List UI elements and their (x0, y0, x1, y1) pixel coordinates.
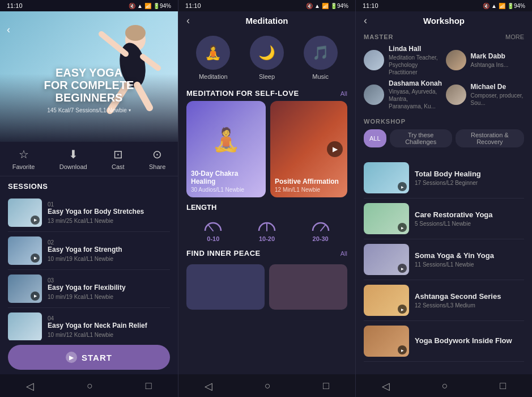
back-button-1[interactable]: ‹ (7, 24, 10, 36)
filter-restoration[interactable]: Restoration & Recovery (456, 129, 524, 147)
svg-line-9 (321, 225, 325, 231)
master-info-michael: Michael De Composer, producer, Sou... (471, 83, 525, 107)
card1-meta: 30 Audios/L1 Newbie (191, 187, 261, 193)
cat-label-meditation: Meditation (199, 73, 228, 80)
find-card-1[interactable] (186, 264, 265, 310)
workshop-info-5: Yoga Bodywork Inside Flow (415, 336, 512, 347)
section1-title: MEDITATION FOR SELF-LOVE (186, 89, 299, 98)
cast-button[interactable]: ⊡ Cast (112, 147, 125, 170)
session-item[interactable]: ▶ 03 Easy Yoga for Flexibility 10 min/19… (8, 270, 170, 308)
download-icon: ⬇ (69, 147, 78, 161)
chakra-icon: 🧘 (212, 126, 240, 153)
share-button[interactable]: ⊙ Share (149, 147, 165, 170)
master-michael[interactable]: Michael De Composer, producer, Sou... (446, 79, 525, 111)
workshop-item[interactable]: ▶ Care Restorative Yoga 5 Sessions/L1 Ne… (364, 198, 524, 239)
panel3-header: ‹ Workshop (356, 11, 532, 30)
favorite-button[interactable]: ☆ Favorite (12, 147, 35, 170)
more-label[interactable]: MORE (505, 33, 524, 40)
length-0-10[interactable]: 0-10 (203, 217, 223, 242)
cast-label: Cast (112, 163, 125, 170)
cast-icon: ⊡ (113, 147, 123, 161)
workshop-info-1: Total Body Healing 17 Sessions/L2 Beginn… (415, 170, 481, 186)
session-item[interactable]: 04 Easy Yoga for Neck Pain Relief 10 min… (8, 308, 170, 340)
med-card-chakra[interactable]: 🧘 30-Day Chakra Healing 30 Audios/L1 New… (186, 101, 266, 197)
nav-recent-btn-1[interactable]: □ (134, 378, 163, 395)
section2-title: FIND INNER PEACE (186, 249, 261, 257)
play-button-card2[interactable]: ▶ (327, 141, 343, 157)
category-music[interactable]: 🎵 Music (304, 36, 338, 80)
master-section-header: MASTER MORE (364, 33, 524, 40)
back-button-2[interactable]: ‹ (186, 15, 190, 27)
back-button-3[interactable]: ‹ (364, 15, 367, 27)
nav-back-btn-1[interactable]: ◁ (15, 378, 45, 395)
download-button[interactable]: ⬇ Download (59, 147, 87, 170)
workshop-list: ▶ Total Body Healing 17 Sessions/L2 Begi… (356, 158, 532, 374)
workshop-item[interactable]: ▶ Ashtanga Second Series 12 Sessions/L3 … (364, 280, 524, 321)
filter-all[interactable]: ALL (364, 129, 386, 147)
nav-recent-btn-3[interactable]: □ (488, 378, 517, 395)
length-10-20[interactable]: 10-20 (257, 217, 277, 242)
panel3-title: Workshop (423, 16, 465, 26)
master-dashama[interactable]: Dashama Konah Vinyasa, Ayurveda, Mantra,… (364, 79, 442, 111)
favorite-label: Favorite (12, 163, 35, 170)
find-card-2[interactable] (269, 264, 347, 310)
hero-subtitle: 145 Kcal/7 Sessions/L1 Newbie ▾ (7, 107, 171, 113)
workshop-thumb-4: ▶ (364, 285, 409, 316)
master-mark[interactable]: Mark Dabb Ashtanga Ins... (446, 45, 525, 76)
nav-home-btn-3[interactable]: ○ (431, 378, 459, 395)
section2-all[interactable]: All (341, 250, 347, 257)
nav-back-btn-3[interactable]: ◁ (371, 378, 401, 395)
time-1: 11:10 (7, 2, 23, 9)
workshop-info-3: Soma Yoga & Yin Yoga 11 Sessions/L1 Newb… (415, 251, 494, 268)
session-item[interactable]: ▶ 02 Easy Yoga for Strength 10 min/19 Kc… (8, 232, 170, 270)
avatar-michael (446, 85, 466, 105)
start-button[interactable]: ▶ START (8, 345, 170, 370)
workshop-item[interactable]: ▶ Total Body Healing 17 Sessions/L2 Begi… (364, 158, 524, 198)
play-icon: ▶ (31, 254, 40, 263)
med-card-affirmation[interactable]: ▶ Positive Affirmation 12 Min/L1 Newbie (270, 101, 347, 197)
card2-title: Positive Affirmation (275, 178, 343, 185)
length-label-3: 20-30 (313, 235, 329, 242)
master-label: MASTER (364, 33, 393, 40)
sleep-icon-circle: 🌙 (250, 36, 284, 70)
nav-back-btn-2[interactable]: ◁ (193, 378, 224, 395)
card1-info: 30-Day Chakra Healing 30 Audios/L1 Newbi… (191, 170, 261, 193)
nav-recent-btn-2[interactable]: □ (312, 378, 341, 395)
session-item[interactable]: ▶ 01 Easy Yoga for Body Stretches 13 min… (8, 194, 170, 232)
share-icon: ⊙ (152, 147, 162, 161)
time-2: 11:10 (185, 2, 201, 9)
session-info-2: 02 Easy Yoga for Strength 10 min/19 Kcal… (48, 239, 122, 262)
nav-home-btn-1[interactable]: ○ (75, 378, 104, 395)
bottom-bar-1: ◁ ○ □ (0, 374, 178, 397)
section2-header: FIND INNER PEACE All (186, 246, 347, 261)
length-20-30[interactable]: 20-30 (310, 217, 331, 242)
nav-home-btn-2[interactable]: ○ (253, 378, 282, 395)
panel2-title: Meditation (246, 16, 288, 26)
start-play-icon: ▶ (66, 352, 77, 363)
play-icon: ▶ (398, 182, 407, 191)
start-label: START (82, 353, 112, 362)
workshop-thumb-2: ▶ (364, 203, 409, 234)
section1-all[interactable]: All (341, 90, 347, 97)
category-sleep[interactable]: 🌙 Sleep (250, 36, 284, 80)
status-bar-2: 11:10 🔇▲📶🔋94% (178, 0, 355, 11)
session-info-1: 01 Easy Yoga for Body Stretches 13 min/2… (48, 201, 144, 224)
category-meditation[interactable]: 🧘 Meditation (196, 36, 230, 80)
card1-title: 30-Day Chakra Healing (191, 170, 261, 185)
filter-challenges[interactable]: Try these Challenges (390, 129, 452, 147)
length-options: 0-10 10-20 20-30 (186, 217, 347, 242)
status-icons-2: 🔇▲📶🔋94% (306, 3, 348, 9)
music-icon-circle: 🎵 (304, 36, 338, 70)
card2-meta: 12 Min/L1 Newbie (275, 187, 343, 193)
status-icons-3: 🔇▲📶🔋94% (483, 3, 525, 9)
master-linda[interactable]: Linda Hall Meditation Teacher, Psycholog… (364, 45, 442, 76)
download-label: Download (59, 163, 87, 170)
panel2-header: ‹ Meditation (178, 11, 355, 30)
svg-line-7 (208, 225, 213, 231)
length-label-2: 10-20 (259, 235, 275, 242)
workshop-item[interactable]: ▶ Soma Yoga & Yin Yoga 11 Sessions/L1 Ne… (364, 239, 524, 280)
section1-header: MEDITATION FOR SELF-LOVE All (178, 86, 355, 101)
workshop-item[interactable]: ▶ Yoga Bodywork Inside Flow (364, 321, 524, 362)
bottom-bar-2: ◁ ○ □ (178, 374, 355, 397)
card2-info: Positive Affirmation 12 Min/L1 Newbie (275, 178, 343, 193)
